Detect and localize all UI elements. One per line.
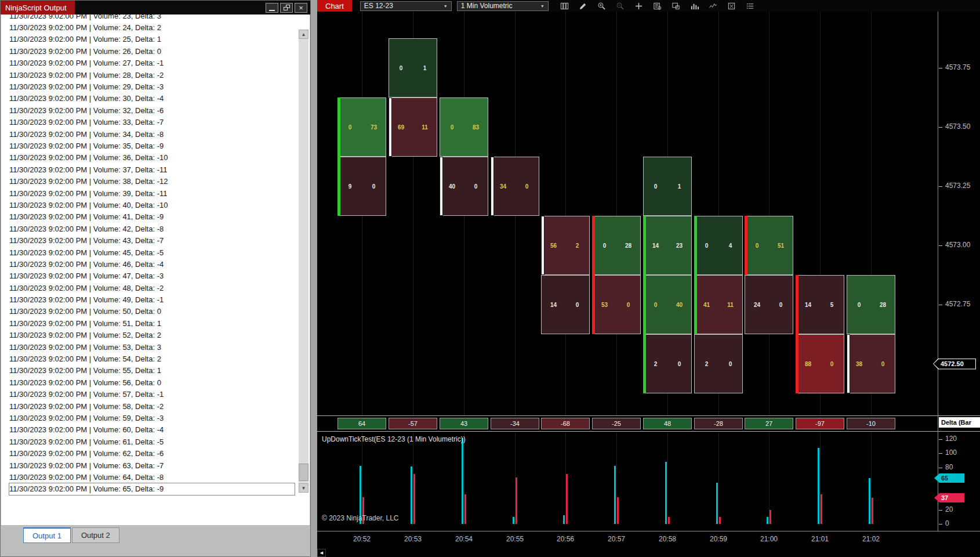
log-line[interactable]: 11/30/2023 9:02:00 PM | Volume: 46, Delt… (9, 258, 295, 270)
region-icon[interactable] (651, 1, 664, 11)
vertical-gridline (616, 12, 617, 415)
log-line[interactable]: 11/30/2023 9:02:00 PM | Volume: 55, Delt… (9, 365, 295, 377)
log-line[interactable]: 11/30/2023 9:02:00 PM | Volume: 28, Delt… (9, 69, 295, 81)
value-marker: 37 (934, 493, 964, 502)
log-line[interactable]: 11/30/2023 9:02:00 PM | Volume: 25, Delt… (9, 34, 295, 45)
log-line[interactable]: 11/30/2023 9:02:00 PM | Volume: 50, Delt… (9, 306, 295, 317)
tab-output-1[interactable]: Output 1 (23, 527, 71, 543)
log-line[interactable]: 11/30/2023 9:02:00 PM | Volume: 62, Delt… (9, 447, 295, 459)
log-line[interactable]: 11/30/2023 9:02:00 PM | Volume: 35, Delt… (9, 140, 295, 151)
output-scrollbar[interactable]: ▲ ▼ (299, 30, 308, 493)
candle-open-close-strip (389, 97, 392, 157)
output-window-title: NinjaScript Output (1, 1, 75, 15)
log-line[interactable]: 11/30/2023 9:02:00 PM | Volume: 29, Delt… (9, 81, 295, 92)
bid-volume: 69 (389, 98, 413, 156)
ask-volume: 28 (871, 276, 895, 334)
log-line[interactable]: 11/30/2023 9:02:00 PM | Volume: 51, Delt… (9, 317, 295, 329)
log-line[interactable]: 11/30/2023 9:02:00 PM | Volume: 59, Delt… (9, 412, 295, 424)
panel-separator (317, 531, 980, 531)
bid-volume: 0 (644, 276, 667, 334)
log-line[interactable]: 11/30/2023 9:02:00 PM | Volume: 30, Delt… (9, 93, 295, 104)
log-line[interactable]: 11/30/2023 9:02:00 PM | Volume: 56, Delt… (9, 377, 295, 388)
log-line[interactable]: 11/30/2023 9:02:00 PM | Volume: 36, Delt… (9, 152, 295, 164)
restore-button[interactable] (280, 3, 293, 13)
instrument-dropdown[interactable]: ES 12-23 ▼ (360, 1, 452, 11)
downtick-bar (413, 474, 415, 524)
log-line[interactable]: 11/30/2023 9:02:00 PM | Volume: 26, Delt… (9, 45, 295, 57)
zoom-out-icon[interactable] (614, 1, 627, 11)
delta-value: 64 (337, 418, 386, 429)
uptick-bar (716, 483, 718, 524)
log-line[interactable]: 11/30/2023 9:02:00 PM | Volume: 47, Delt… (9, 270, 295, 282)
log-line[interactable]: 11/30/2023 9:02:00 PM | Volume: 33, Delt… (9, 117, 295, 128)
log-line[interactable]: 11/30/2023 9:02:00 PM | Volume: 24, Delt… (9, 21, 295, 33)
log-line[interactable]: 11/30/2023 9:02:00 PM | Volume: 63, Delt… (9, 460, 295, 471)
log-line[interactable]: 11/30/2023 9:02:00 PM | Volume: 40, Delt… (9, 199, 295, 211)
log-line[interactable]: 11/30/2023 9:02:00 PM | Volume: 58, Delt… (9, 400, 295, 412)
interval-dropdown[interactable]: 1 Min Volumetric ▼ (457, 1, 549, 11)
close-button[interactable]: × (295, 3, 307, 13)
log-line[interactable]: 11/30/2023 9:02:00 PM | Volume: 49, Delt… (9, 294, 295, 305)
price-axis-label: 4572.75 (945, 300, 970, 308)
output-window-titlebar[interactable]: NinjaScript Output × (1, 1, 310, 15)
log-line[interactable]: 11/30/2023 9:02:00 PM | Volume: 45, Delt… (9, 247, 295, 258)
log-line[interactable]: 11/30/2023 9:02:00 PM | Volume: 42, Delt… (9, 223, 295, 234)
time-axis-label: 20:55 (506, 535, 524, 543)
close-icon: × (299, 4, 303, 12)
price-axis-label: 4573.00 (945, 241, 970, 249)
bid-volume: 0 (644, 157, 667, 215)
log-line[interactable]: 11/30/2023 9:02:00 PM | Volume: 39, Delt… (9, 187, 295, 199)
log-line[interactable]: 11/30/2023 9:02:00 PM | Volume: 43, Delt… (9, 234, 295, 246)
delta-value: -25 (592, 418, 641, 429)
log-line[interactable]: 11/30/2023 9:02:00 PM | Volume: 38, Delt… (9, 175, 295, 187)
columns-icon[interactable] (558, 1, 571, 11)
minimize-button[interactable] (266, 3, 278, 13)
log-line[interactable]: 11/30/2023 9:02:00 PM | Volume: 60, Delt… (9, 424, 295, 436)
zoom-in-icon[interactable] (596, 1, 608, 11)
tab-output-2[interactable]: Output 2 (72, 527, 119, 543)
strategy-icon[interactable] (725, 1, 738, 11)
properties-icon[interactable] (744, 1, 757, 11)
log-line[interactable]: 11/30/2023 9:02:00 PM | Volume: 61, Delt… (9, 436, 295, 447)
footprint-cell: 01 (389, 38, 437, 97)
footprint-cell: 04 (694, 216, 743, 275)
bid-volume: 2 (695, 335, 718, 393)
chart-window-icon[interactable] (670, 1, 683, 11)
time-axis-label: 21:01 (811, 535, 829, 543)
time-axis-label: 20:58 (659, 535, 676, 543)
chart-plot-area[interactable]: 0739064016911-5708340043340-34562140-680… (317, 0, 980, 557)
log-line[interactable]: 11/30/2023 9:02:00 PM | Volume: 54, Delt… (9, 353, 295, 364)
log-line[interactable]: 11/30/2023 9:02:00 PM | Volume: 52, Delt… (9, 330, 295, 341)
crosshair-icon[interactable] (633, 1, 645, 11)
tab-chart[interactable]: Chart (317, 0, 352, 12)
time-axis-label: 21:00 (760, 535, 778, 543)
ask-volume: 0 (464, 157, 488, 215)
log-line[interactable]: 11/30/2023 9:02:00 PM | Volume: 65, Delt… (9, 483, 295, 495)
log-line[interactable]: 11/30/2023 9:02:00 PM | Volume: 48, Delt… (9, 282, 295, 294)
footprint-cell: 028 (592, 216, 641, 275)
delta-value: 27 (745, 418, 793, 429)
pencil-icon[interactable] (577, 1, 590, 11)
log-line[interactable]: 11/30/2023 9:02:00 PM | Volume: 37, Delt… (9, 164, 295, 175)
log-line[interactable]: 11/30/2023 9:02:00 PM | Volume: 34, Delt… (9, 128, 295, 140)
scroll-left-button[interactable]: ◀ (317, 549, 326, 557)
ask-volume: 5 (820, 276, 844, 334)
indicator-axis-label: 120 (945, 435, 957, 443)
log-line[interactable]: 11/30/2023 9:02:00 PM | Volume: 41, Delt… (9, 211, 295, 223)
log-line[interactable]: 11/30/2023 9:02:00 PM | Volume: 23, Delt… (9, 15, 295, 21)
footprint-cell: 380 (847, 334, 895, 393)
candle-open-close-strip (694, 216, 697, 334)
log-line[interactable]: 11/30/2023 9:02:00 PM | Volume: 64, Delt… (9, 471, 295, 483)
scrollbar-thumb[interactable] (299, 464, 308, 481)
log-line[interactable]: 11/30/2023 9:02:00 PM | Volume: 57, Delt… (9, 389, 295, 400)
current-price-marker: 4572.50 (934, 359, 975, 369)
indicator-icon[interactable] (707, 1, 720, 11)
scroll-up-button[interactable]: ▲ (299, 30, 308, 39)
log-line[interactable]: 11/30/2023 9:02:00 PM | Volume: 53, Delt… (9, 341, 295, 353)
bar-chart-icon[interactable] (688, 1, 701, 11)
log-line[interactable]: 11/30/2023 9:02:00 PM | Volume: 32, Delt… (9, 104, 295, 116)
chevron-down-icon: ▼ (540, 4, 545, 8)
ask-volume: 0 (718, 335, 742, 393)
scroll-down-button[interactable]: ▼ (299, 483, 308, 493)
log-line[interactable]: 11/30/2023 9:02:00 PM | Volume: 27, Delt… (9, 57, 295, 69)
